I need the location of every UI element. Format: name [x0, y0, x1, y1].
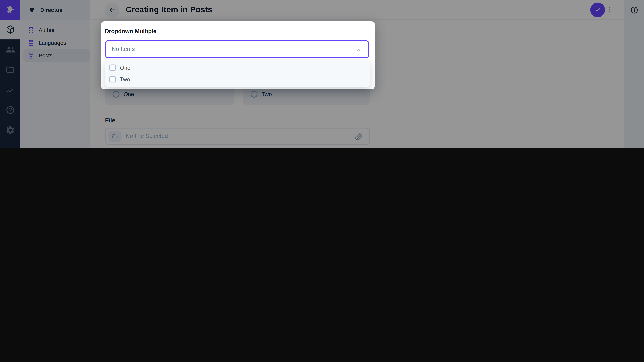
chevron-up-icon [354, 46, 362, 54]
dropdown-multiple-label: Dropdown Multiple [105, 28, 156, 34]
select-value: No Items [112, 45, 135, 52]
dropdown-multiple-popover: Dropdown Multiple No Items One Two [101, 21, 375, 89]
checkbox-icon[interactable] [109, 76, 116, 82]
dropdown-menu: One Two [105, 60, 370, 87]
directus-app: Directus Author Languages [0, 0, 644, 148]
checkbox-icon[interactable] [109, 64, 116, 71]
option-label: One [120, 65, 130, 71]
dropdown-multiple-select[interactable]: No Items [105, 40, 369, 58]
dropdown-option-two[interactable]: Two [105, 73, 370, 85]
option-label: Two [120, 76, 130, 82]
dropdown-option-one[interactable]: One [105, 62, 370, 73]
